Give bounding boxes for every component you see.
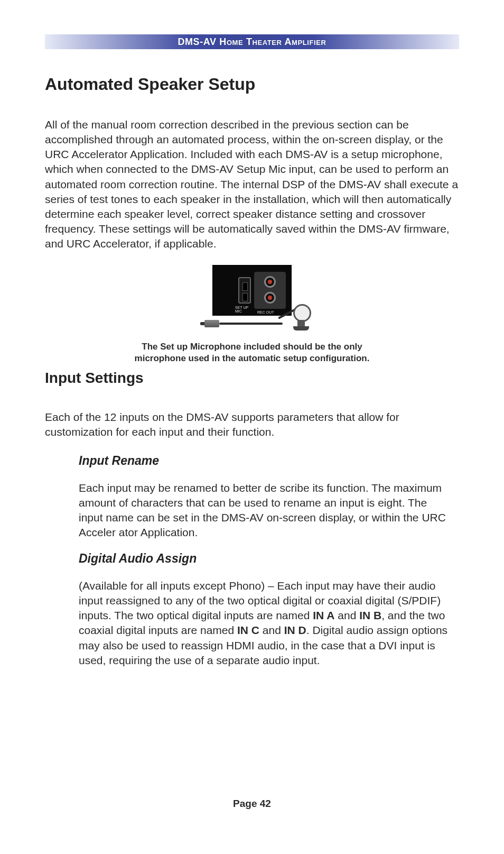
label-in-c: IN C xyxy=(237,624,259,636)
rca-jack-icon xyxy=(264,292,276,304)
figure-setup-microphone: SET UPMIC REC OUT The Set up Microphone … xyxy=(45,265,459,364)
page: DMS-AV Home Theater Amplifier Automated … xyxy=(0,0,504,854)
page-number: Page 42 xyxy=(0,798,504,810)
paragraph-input-settings: Each of the 12 inputs on the DMS-AV supp… xyxy=(45,410,459,439)
caption-line-1: The Set up Microphone included should be… xyxy=(142,342,362,352)
subsection-input-rename: Input Rename Each input may be renamed t… xyxy=(79,454,453,668)
heading-automated-speaker-setup: Automated Speaker Setup xyxy=(45,75,459,94)
heading-digital-audio-assign: Digital Audio Assign xyxy=(79,552,453,566)
header-title: DMS-AV Home Theater Amplifier xyxy=(178,36,326,48)
label-rec-out: REC OUT xyxy=(257,310,274,314)
heading-input-settings: Input Settings xyxy=(45,370,459,387)
rear-panel: SET UPMIC REC OUT xyxy=(212,265,292,316)
paragraph-digital-audio-assign: (Available for all inputs except Phono) … xyxy=(79,578,453,668)
caption-line-2: microphone used in the automatic setup c… xyxy=(135,353,370,363)
figure-image: SET UPMIC REC OUT xyxy=(194,265,310,339)
heading-input-rename: Input Rename xyxy=(79,454,453,468)
text-run: and xyxy=(259,624,284,636)
label-in-d: IN D xyxy=(284,624,306,636)
rec-out-plate xyxy=(254,272,286,309)
microphone-base-icon xyxy=(293,326,309,330)
header-bar: DMS-AV Home Theater Amplifier xyxy=(45,34,459,49)
setup-mic-jack-icon xyxy=(238,277,251,304)
microphone-capsule-icon xyxy=(293,304,311,322)
paragraph-input-rename: Each input may be renamed to better de s… xyxy=(79,481,453,540)
text-run: and xyxy=(334,609,359,621)
cable-icon xyxy=(219,323,283,325)
paragraph-automated-setup: All of the manual room correction descri… xyxy=(45,117,459,251)
figure-caption: The Set up Microphone included should be… xyxy=(135,341,370,364)
rca-jack-icon xyxy=(264,276,276,288)
label-in-a: IN A xyxy=(313,609,334,621)
plug-body-icon xyxy=(204,320,219,327)
label-in-b: IN B xyxy=(359,609,381,621)
label-setup-mic: SET UPMIC xyxy=(235,306,248,313)
